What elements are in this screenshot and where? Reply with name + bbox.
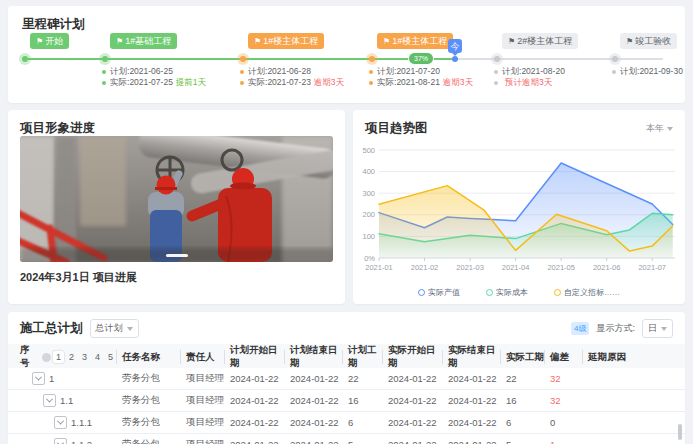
cell-plan_end: 2024-01-22 bbox=[284, 417, 342, 428]
photo-card-title: 项目形象进度 bbox=[20, 120, 95, 137]
date-prefix: 计划: bbox=[248, 67, 267, 76]
level-button-2[interactable]: 2 bbox=[66, 351, 77, 363]
cell-actual_start: 2024-01-22 bbox=[382, 373, 442, 384]
expand-icon[interactable] bbox=[54, 416, 67, 429]
expand-icon[interactable] bbox=[54, 438, 67, 444]
level-badge: 4级 bbox=[571, 322, 589, 335]
svg-text:2021-03: 2021-03 bbox=[456, 263, 484, 272]
progress-percent-pill: 37% bbox=[408, 52, 434, 65]
milestone-dot bbox=[612, 56, 618, 62]
status-tag: 提前1天 bbox=[176, 78, 206, 87]
expand-icon[interactable] bbox=[43, 394, 56, 407]
cell-plan_days: 5 bbox=[342, 439, 382, 444]
bullet-icon bbox=[494, 70, 498, 74]
cell-owner: 项目经理2 bbox=[180, 416, 224, 429]
seq-cell: 1.1.1 bbox=[20, 416, 116, 429]
milestone-flag: ⚑1#楼主体工程 bbox=[377, 33, 453, 49]
level-button-4[interactable]: 4 bbox=[92, 351, 103, 363]
date-prefix: 实际: bbox=[110, 78, 129, 87]
status-tag: 逾期3天 bbox=[314, 78, 344, 87]
column-header-label: 序号 bbox=[20, 344, 36, 370]
svg-text:2021-05: 2021-05 bbox=[547, 263, 575, 272]
seq-cell: 1 bbox=[20, 372, 116, 385]
chevron-down-icon bbox=[57, 418, 64, 425]
expand-icon[interactable] bbox=[32, 372, 45, 385]
cell-task: 劳务分包 bbox=[116, 416, 180, 429]
milestone-dates: 计划: 2021-08-20预计逾期3天 bbox=[494, 67, 565, 89]
flag-icon: ⚑ bbox=[383, 37, 390, 46]
status-tag: 逾期3天 bbox=[443, 78, 473, 87]
cell-plan_days: 6 bbox=[342, 417, 382, 428]
date-prefix: 计划: bbox=[110, 67, 129, 76]
column-header-0: 序号12345 bbox=[20, 344, 116, 370]
cell-owner: 项目经理1 bbox=[180, 372, 224, 385]
plan-type-select[interactable]: 总计划 bbox=[90, 319, 139, 338]
table-row: 1.1劳务分包项目经理12024-01-222024-01-22162024-0… bbox=[8, 390, 685, 412]
milestone-dates: 计划: 2021-06-28实际: 2021-07-23逾期3天 bbox=[240, 67, 344, 89]
cell-deviation: 32 bbox=[544, 395, 582, 406]
trend-card-title: 项目趋势图 bbox=[365, 120, 428, 137]
trend-card: 项目趋势图 本年 0%1002003004005002021-012021-02… bbox=[353, 110, 685, 304]
seq-cell: 1.1.2 bbox=[20, 438, 116, 444]
column-header-label: 计划结束日期 bbox=[290, 344, 342, 370]
cell-actual_start: 2024-01-22 bbox=[382, 417, 442, 428]
level-button-1[interactable]: 1 bbox=[53, 351, 64, 363]
display-mode-select[interactable]: 日 bbox=[642, 319, 673, 338]
collapse-all-icon[interactable] bbox=[42, 353, 51, 362]
legend-marker bbox=[418, 289, 425, 296]
milestone-date-line: 计划: 2021-08-20 bbox=[494, 67, 565, 76]
column-header-3: 计划开始日期 bbox=[224, 344, 284, 370]
column-header-label: 实际结束日期 bbox=[448, 344, 500, 370]
svg-text:2021-02: 2021-02 bbox=[411, 263, 439, 272]
date-value: 2021-08-21 bbox=[396, 78, 439, 87]
trend-filter-select[interactable]: 本年 bbox=[646, 122, 673, 135]
seq-cell: 1.1 bbox=[20, 394, 116, 407]
milestone-label: 2#楼主体工程 bbox=[517, 36, 572, 46]
table-scrollbar-thumb[interactable] bbox=[678, 424, 682, 440]
cell-plan_start: 2024-01-22 bbox=[224, 417, 284, 428]
cell-actual_end: 2024-01-22 bbox=[442, 417, 500, 428]
chevron-down-icon bbox=[661, 327, 667, 331]
svg-text:200: 200 bbox=[362, 210, 375, 219]
milestone-date-line: 实际: 2021-07-25提前1天 bbox=[102, 78, 206, 87]
cell-plan_end: 2024-01-22 bbox=[284, 395, 342, 406]
milestone-label: 1#基础工程 bbox=[125, 36, 171, 46]
column-header-5: 计划工期 bbox=[342, 344, 382, 370]
legend-item[interactable]: 自定义指标…… bbox=[554, 287, 620, 298]
plan-card: 施工总计划 总计划 4级 显示方式: 日 序号12345任务名称责任人计划开始日… bbox=[8, 312, 685, 444]
carousel-indicator[interactable] bbox=[166, 254, 188, 257]
date-value: 2021-09-30 bbox=[639, 67, 682, 76]
level-button-5[interactable]: 5 bbox=[105, 351, 116, 363]
column-header-label: 实际工期 bbox=[506, 351, 544, 364]
cell-actual_start: 2024-01-22 bbox=[382, 439, 442, 444]
flag-icon: ⚑ bbox=[508, 37, 515, 46]
chevron-down-icon bbox=[35, 374, 42, 381]
level-button-3[interactable]: 3 bbox=[79, 351, 90, 363]
milestone-date-line: 实际: 2021-08-21逾期3天 bbox=[369, 78, 473, 87]
column-header-label: 计划开始日期 bbox=[230, 344, 284, 370]
cell-actual_start: 2024-01-22 bbox=[382, 395, 442, 406]
column-header-label: 任务名称 bbox=[122, 351, 160, 364]
column-header-4: 计划结束日期 bbox=[284, 344, 342, 370]
table-row: 1.1.1劳务分包项目经理22024-01-222024-01-2262024-… bbox=[8, 412, 685, 434]
chevron-down-icon bbox=[46, 396, 53, 403]
milestone-dates: 计划: 2021-09-30 bbox=[612, 67, 683, 78]
legend-item[interactable]: 实际产值 bbox=[418, 287, 460, 298]
display-mode-label: 显示方式: bbox=[596, 322, 635, 335]
chevron-down-icon bbox=[127, 327, 133, 331]
photo-card: 项目形象进度 bbox=[8, 110, 345, 304]
milestone-date-line: 预计逾期3天 bbox=[494, 78, 565, 87]
bullet-icon bbox=[240, 70, 244, 74]
milestone-date-line: 计划: 2021-09-30 bbox=[612, 67, 683, 76]
date-prefix: 计划: bbox=[502, 67, 521, 76]
legend-marker bbox=[554, 289, 561, 296]
milestone-dot bbox=[494, 56, 500, 62]
bullet-icon bbox=[102, 81, 106, 85]
column-header-9: 偏差 bbox=[544, 344, 582, 370]
legend-item[interactable]: 实际成本 bbox=[486, 287, 528, 298]
bullet-icon bbox=[369, 81, 373, 85]
svg-text:400: 400 bbox=[362, 167, 375, 176]
column-header-1: 任务名称 bbox=[116, 344, 180, 370]
timeline-remaining-line bbox=[455, 58, 663, 60]
cell-actual_days: 16 bbox=[500, 395, 544, 406]
